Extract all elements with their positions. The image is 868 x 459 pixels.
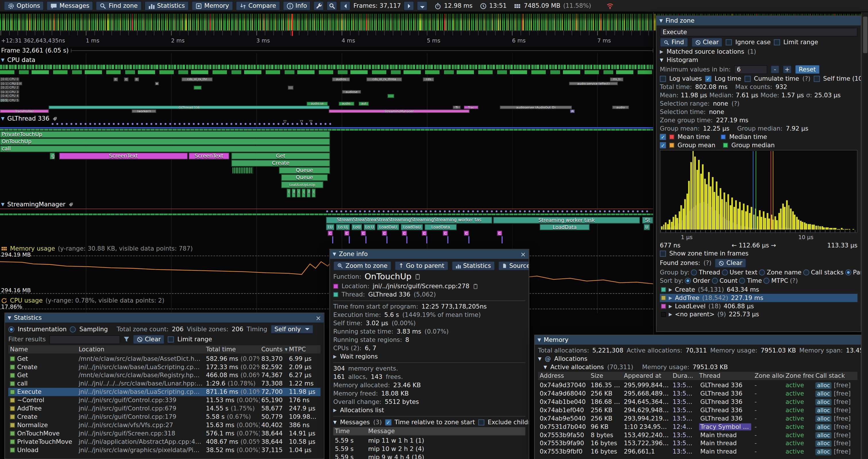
glthread-header[interactable]: ▼ GLThread 336 [1, 115, 58, 122]
table-row[interactable]: Get /mnt/e/claw/src/claw/base/AssetDict.… [8, 355, 320, 363]
streaming-header[interactable]: ▼ StreamingManager [1, 201, 74, 208]
source-button[interactable]: Source [498, 261, 529, 271]
close-icon[interactable]: × [315, 315, 321, 321]
col-name[interactable]: Name [8, 346, 77, 353]
timeline-zone[interactable]: E [307, 189, 310, 197]
prev-frame-button[interactable] [340, 1, 351, 11]
group-by-option[interactable]: Zone name [759, 269, 802, 276]
location-value[interactable]: jni/../jni/src/guif/Screen.cpp:278 [373, 283, 470, 290]
timeline-zone[interactable]: ScreenText [189, 153, 229, 159]
timeline-zone[interactable]: C [344, 231, 349, 236]
col-duration[interactable]: Dura... [671, 372, 698, 380]
tools-button[interactable] [314, 1, 324, 11]
statistics-titlebar[interactable]: ▼ Statistics × [5, 313, 324, 323]
function-name[interactable]: OnTouchUp [365, 271, 412, 282]
cpu-zone[interactable]: c [134, 77, 139, 81]
alloc-list-label[interactable]: Allocations list [340, 407, 384, 414]
collapse-icon[interactable]: ▼ [333, 420, 337, 425]
thread-value[interactable]: GLThread 336 [368, 291, 410, 298]
table-row[interactable]: call jni/../jni/../../../src/claw/base/L… [8, 380, 320, 388]
found-zone-group[interactable]: ▶ LoadLevel (18) 406.88 µs [660, 302, 857, 310]
alloc-chip[interactable]: alloc [815, 382, 832, 389]
sort-by-option[interactable]: Count [712, 277, 738, 285]
expand-icon[interactable]: ▶ [333, 354, 337, 359]
allocation-row[interactable]: 0x74ab1be040 186.68 KB 294,645,364ns 13:… [538, 398, 857, 406]
marker-triangle-icon[interactable]: ▽ [309, 120, 312, 124]
cpu-data-header[interactable]: ▼ CPU data [1, 57, 35, 64]
wait-regions-label[interactable]: Wait regions [340, 353, 378, 360]
zone-statistics-button[interactable]: Statistics [452, 261, 495, 271]
timeline-zone[interactable]: ScreenText [59, 153, 188, 159]
find-zone-button[interactable]: Find zone [96, 1, 142, 11]
compare-button[interactable]: Compare [236, 1, 280, 11]
legend1-checkbox[interactable] [660, 134, 666, 140]
found-zone-group[interactable]: ▶ <no parent> (9) 225.73 µs [660, 310, 857, 319]
expand-icon[interactable]: ▶ [333, 407, 337, 413]
table-row[interactable]: Get /mnt/e/claw/src/claw/base/Registry.h… [8, 371, 320, 380]
min-bin-input[interactable] [734, 65, 768, 74]
allocations-tab[interactable]: Allocations [554, 355, 588, 362]
zoom-to-zone-button[interactable]: Zoom to zone [333, 261, 391, 271]
col-time[interactable]: Time [333, 428, 367, 435]
alloc-chip[interactable]: alloc [815, 415, 832, 422]
cpu-zone[interactable] [288, 86, 293, 90]
alloc-chip[interactable]: alloc [815, 440, 832, 447]
timeline-zone[interactable]: E [292, 189, 296, 197]
cpu-zone[interactable]: audio [612, 105, 629, 109]
timeline-zone[interactable]: C [422, 231, 427, 236]
expand-icon[interactable]: ▶ [660, 50, 663, 54]
goto-button[interactable] [327, 1, 338, 11]
col-appeared[interactable]: Appeared at [622, 372, 671, 380]
log-time-checkbox[interactable] [705, 76, 711, 82]
memory-button[interactable]: Memory [192, 1, 233, 11]
group-by-option[interactable]: Thread [691, 269, 720, 276]
show-zone-time-checkbox[interactable] [660, 251, 666, 257]
histogram-label[interactable]: Histogram [666, 57, 698, 64]
timeline-zone[interactable]: C [464, 231, 469, 236]
timeline-zone[interactable]: Lo Uj [336, 224, 350, 230]
cpu-zone[interactable]: cds [423, 77, 434, 81]
statistics-table-header[interactable]: Name Location Total time Counts▼ MTPC [8, 345, 320, 354]
fz-limit-range-checkbox[interactable] [774, 39, 780, 45]
log-values-checkbox[interactable] [660, 76, 666, 82]
message-row[interactable]: 5.59 s mip 11 w 1 h 1 (1) [333, 437, 525, 445]
cpu-zone[interactable]: audio.service (effect) [569, 81, 618, 85]
timing-dropdown[interactable]: Self only [271, 325, 313, 333]
messages-section-label[interactable]: Messages [340, 419, 370, 426]
allocation-row[interactable]: 0x74ab9e5040 256 KB 293,994,219ns 13:50.… [538, 415, 857, 423]
self-time-checkbox[interactable] [814, 76, 820, 82]
alloc-chip[interactable]: alloc [815, 423, 832, 430]
timeline-zone[interactable]: C [497, 231, 502, 236]
col-address[interactable]: Address [538, 372, 589, 380]
allocation-row[interactable]: 0x7553b9fbf0 16 bytes 296,661,1 13:50.8 … [538, 448, 857, 456]
col-total-time[interactable]: Total time [204, 346, 260, 353]
clipboard-icon[interactable] [473, 283, 478, 289]
cpu-zone[interactable]: cds_ol_rx_thr [182, 77, 213, 81]
cpu-zone[interactable]: mi_ti [610, 77, 623, 81]
cpu-zone[interactable]: cds_ol_rx_threa [367, 77, 402, 81]
find-button[interactable]: Find [660, 38, 688, 47]
cpu-zone[interactable] [388, 94, 394, 98]
col-size[interactable]: Size [589, 372, 622, 380]
cpu-zone[interactable]: aut [359, 102, 369, 106]
col-message[interactable]: Message [367, 428, 522, 435]
help-icon[interactable]: (?) [790, 277, 798, 285]
instrumentation-radio[interactable] [8, 326, 14, 332]
alloc-chip[interactable]: alloc [815, 399, 832, 405]
help-icon[interactable]: (?) [732, 100, 740, 107]
fz-clear-button[interactable]: Clear [691, 38, 722, 47]
reset-button[interactable]: Reset [795, 65, 820, 74]
group-by-option[interactable]: Parent [845, 269, 861, 276]
timeline-zone[interactable]: Lo U [364, 224, 375, 230]
found-zone-group[interactable]: ▶ AddTree (18,542) 227.19 ms [660, 294, 857, 302]
sampling-radio[interactable] [70, 326, 76, 332]
find-zone-search-input[interactable] [660, 28, 857, 36]
timeline-zone[interactable]: St [642, 217, 653, 223]
table-row[interactable]: ~Control jni/../jni/src/guif/Control.cpp… [8, 396, 320, 404]
clipboard-icon[interactable] [415, 273, 421, 280]
col-call-stack[interactable]: Call stack [814, 372, 855, 380]
cpu-zone[interactable]: StreamingManager [329, 109, 470, 113]
col-mtpc[interactable]: MTPC [287, 346, 318, 353]
help-icon[interactable]: (?) [704, 260, 711, 267]
table-row[interactable]: AddTree jni/../jni/src/guif/Control.cpp:… [8, 404, 320, 413]
